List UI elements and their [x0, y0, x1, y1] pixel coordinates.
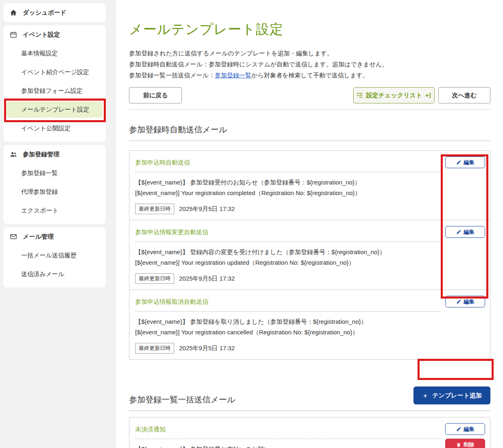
sidebar-section-label: イベント設定 [23, 31, 60, 39]
back-button[interactable]: 前に戻る [129, 87, 182, 103]
section-bulk-send: 参加登録一覧一括送信メール ＋ テンプレート追加 未決済通知 【${event_… [129, 387, 490, 448]
sidebar-item-event-publish[interactable]: イベント公開設定 [3, 119, 106, 138]
subject-en: [${event_name}] Your registration comple… [135, 188, 440, 198]
sidebar-section-label: メール管理 [23, 233, 54, 241]
calendar-icon [10, 31, 17, 38]
description-line-3: 参加登録一覧一括送信メール：参加登録一覧から対象者を検索して手動で送信します。 [129, 70, 490, 81]
updated-at-value: 2025年9月5日 17:32 [179, 345, 235, 352]
subject-ja: 【${event_name}】 登録内容の変更を受け付けました（参加登録番号：$… [135, 247, 440, 257]
delete-button[interactable]: 削除 [445, 439, 485, 448]
edit-button[interactable]: 編集 [445, 296, 485, 307]
edit-button[interactable]: 編集 [445, 156, 485, 168]
sidebar-section-label: 参加登録管理 [23, 151, 59, 158]
edit-button-label: 編集 [464, 228, 475, 236]
bulk-send-card-list: 未決済通知 【${event_name}】 参加登録費お支払いのお願い [${e… [129, 417, 490, 448]
sidebar-item-sent-mail[interactable]: 送信済みメール [3, 265, 106, 283]
card-body: 参加申込情報変更自動送信 【${event_name}】 登録内容の変更を受け付… [129, 220, 440, 290]
description-line-1: 参加登録された方に送信するメールのテンプレートを追加・編集します。 [129, 48, 490, 59]
page-title: メールテンプレート設定 [129, 20, 490, 39]
add-template-button[interactable]: ＋ テンプレート追加 [413, 387, 490, 404]
registration-list-link[interactable]: 参加登録一覧 [215, 72, 252, 79]
card-updated-row: 最終更新日時 2025年9月5日 17:32 [135, 273, 440, 284]
next-button[interactable]: 次へ進む [438, 87, 490, 103]
home-icon [10, 9, 17, 16]
settings-checklist-label: 設定チェックリスト [366, 92, 422, 99]
sidebar-item-export[interactable]: エクスポート [3, 201, 106, 220]
section-auto-send: 参加登録時自動送信メール 参加申込時自動送信 【${event_name}】 参… [129, 124, 490, 360]
card-title: 参加申込情報取消自動送信 [135, 295, 440, 312]
edit-button-label: 編集 [464, 298, 475, 305]
mail-icon [10, 233, 17, 240]
settings-checklist-button[interactable]: 設定チェックリスト [353, 87, 435, 103]
sidebar-item-intro-page[interactable]: イベント紹介ページ設定 [3, 63, 106, 81]
card-subjects: 【${event_name}】 参加登録受付のお知らせ（参加登録番号：${reg… [135, 177, 440, 198]
section-heading: 参加登録一覧一括送信メール [129, 394, 235, 405]
sidebar-item-bulk-mail-history[interactable]: 一括メール送信履歴 [3, 246, 106, 265]
edit-button-label: 編集 [464, 159, 475, 166]
sidebar-card-mail-mgmt: メール管理 一括メール送信履歴 送信済みメール [3, 227, 106, 288]
sidebar: ダッシュボード イベント設定 基本情報設定 イベント紹介ページ設定 参加登録フォ… [0, 0, 116, 448]
sidebar-card-event-settings: イベント設定 基本情報設定 イベント紹介ページ設定 参加登録フォーム設定 メール… [3, 25, 106, 142]
sidebar-item-dashboard[interactable]: ダッシュボード [3, 3, 106, 22]
section-bulk-send-head: 参加登録一覧一括送信メール ＋ テンプレート追加 [129, 387, 490, 411]
subject-en: [${event_name}] Your registration cancel… [135, 327, 440, 338]
card-title: 参加申込時自動送信 [135, 156, 440, 172]
card-body: 参加申込情報取消自動送信 【${event_name}】 参加登録を取り消しまし… [129, 290, 440, 359]
card-body: 未決済通知 【${event_name}】 参加登録費お支払いのお願い [${e… [129, 417, 440, 448]
template-card-registered: 参加申込時自動送信 【${event_name}】 参加登録受付のお知らせ（参加… [129, 150, 490, 220]
card-title: 参加申込情報変更自動送信 [135, 225, 440, 242]
template-card-updated: 参加申込情報変更自動送信 【${event_name}】 登録内容の変更を受け付… [129, 220, 490, 290]
delete-button-label: 削除 [464, 441, 474, 448]
sidebar-item-mail-template[interactable]: メールテンプレート設定 [7, 101, 103, 118]
sidebar-section-registration-mgmt[interactable]: 参加登録管理 [3, 145, 106, 164]
sidebar-card-registration-mgmt: 参加登録管理 参加登録一覧 代理参加登録 エクスポート [3, 145, 106, 224]
sidebar-section-mail-mgmt[interactable]: メール管理 [3, 227, 106, 246]
edit-button[interactable]: 編集 [445, 423, 485, 435]
card-actions: 編集 [440, 220, 490, 290]
card-actions: 編集 [440, 151, 490, 220]
plus-icon: ＋ [422, 392, 428, 400]
section-auto-send-head: 参加登録時自動送信メール [129, 124, 490, 141]
pencil-icon [456, 299, 461, 304]
section-heading: 参加登録時自動送信メール [129, 125, 227, 134]
card-title: 未決済通知 [135, 422, 440, 439]
sidebar-item-registration-list[interactable]: 参加登録一覧 [3, 164, 106, 182]
divider [129, 109, 490, 110]
users-icon [10, 151, 17, 158]
updated-at-badge: 最終更新日時 [135, 204, 174, 214]
toolbar: 前に戻る 設定チェックリスト 次へ進む [129, 87, 490, 103]
sidebar-card-dashboard: ダッシュボード [3, 3, 106, 22]
checklist-icon [356, 92, 363, 99]
card-actions: 編集 [440, 290, 490, 359]
edit-button[interactable]: 編集 [445, 226, 485, 238]
card-updated-row: 最終更新日時 2025年9月5日 17:32 [135, 343, 440, 354]
sidebar-item-basic-info[interactable]: 基本情報設定 [3, 44, 106, 63]
card-actions: 編集 削除 [440, 417, 490, 448]
subject-en: [${event_name}] Your registration update… [135, 257, 440, 268]
description-line-3-suffix: から対象者を検索して手動で送信します。 [252, 72, 369, 79]
auto-send-card-list: 参加申込時自動送信 【${event_name}】 参加登録受付のお知らせ（参加… [129, 150, 490, 360]
updated-at-value: 2025年9月5日 17:32 [179, 275, 235, 283]
card-updated-row: 最終更新日時 2025年9月5日 17:32 [135, 204, 440, 214]
sidebar-item-label: ダッシュボード [23, 9, 66, 17]
subject-ja: 【${event_name}】 参加登録費お支払いのお願い [135, 444, 440, 448]
card-subjects: 【${event_name}】 参加登録費お支払いのお願い [${event_n… [135, 444, 440, 448]
template-card-cancelled: 参加申込情報取消自動送信 【${event_name}】 参加登録を取り消しまし… [129, 290, 490, 360]
edit-button-label: 編集 [464, 426, 475, 433]
sidebar-item-registration-form[interactable]: 参加登録フォーム設定 [3, 81, 106, 100]
description-line-2: 参加登録時自動送信メール：参加登録時にシステムが自動で送信します。追加はできませ… [129, 59, 490, 70]
updated-at-badge: 最終更新日時 [135, 343, 174, 354]
return-arrow-icon [425, 92, 431, 99]
page-description: 参加登録された方に送信するメールのテンプレートを追加・編集します。 参加登録時自… [129, 48, 490, 81]
subject-ja: 【${event_name}】 参加登録受付のお知らせ（参加登録番号：${reg… [135, 177, 440, 188]
sidebar-item-proxy-registration[interactable]: 代理参加登録 [3, 182, 106, 201]
template-card-unpaid: 未決済通知 【${event_name}】 参加登録費お支払いのお願い [${e… [129, 417, 490, 448]
card-body: 参加申込時自動送信 【${event_name}】 参加登録受付のお知らせ（参加… [129, 151, 440, 220]
main-content: メールテンプレート設定 参加登録された方に送信するメールのテンプレートを追加・編… [129, 0, 490, 448]
updated-at-value: 2025年9月5日 17:32 [179, 205, 235, 213]
pencil-icon [456, 426, 461, 432]
sidebar-section-event-settings[interactable]: イベント設定 [3, 25, 106, 44]
pencil-icon [456, 229, 461, 235]
add-template-label: テンプレート追加 [432, 392, 482, 400]
subject-ja: 【${event_name}】 参加登録を取り消しました（参加登録番号：${re… [135, 316, 440, 327]
